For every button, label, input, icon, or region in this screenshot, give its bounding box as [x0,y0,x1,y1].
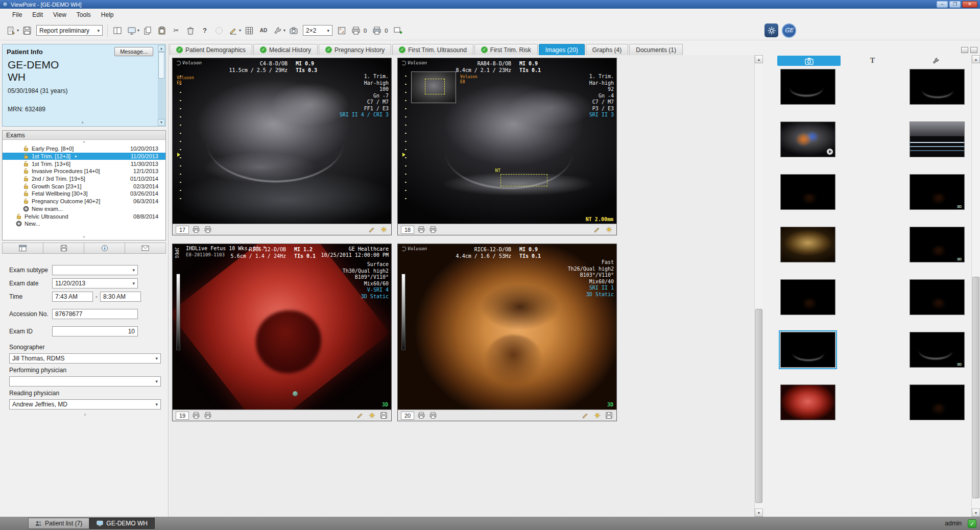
printer-icon[interactable] [417,225,426,234]
collapse-chevron-icon[interactable]: ∧ [76,121,89,125]
signature-icon[interactable] [226,23,241,37]
brightness-icon[interactable] [592,411,602,420]
thumbnail-5[interactable] [780,174,835,210]
thumbnail-11[interactable] [780,332,835,368]
report-status-select[interactable]: Report preliminary ▾ [36,25,103,36]
tab-medical-history[interactable]: ✓Medical History [253,44,318,55]
brightness-icon[interactable] [379,225,388,234]
thumbnail-3[interactable] [780,122,835,157]
delete-icon[interactable] [183,23,198,37]
tab-graphs-4[interactable]: Graphs (4) [586,44,628,55]
message-button[interactable]: Message... [114,47,153,56]
thumbnail-8[interactable]: 3D [910,227,965,262]
reading-physician-select[interactable]: Andrew Jeffries, MD▾ [9,399,161,409]
active-patient-tab[interactable]: GE-DEMO WH [89,518,155,529]
printer-icon[interactable] [417,411,426,420]
tab-first-trim-ultrasound[interactable]: ✓First Trim. Ultrasound [392,44,473,55]
menu-edit[interactable]: Edit [27,10,48,20]
exam-data-tab-icon[interactable] [3,243,43,253]
subtype-select[interactable]: ▾ [52,265,138,275]
printer-icon[interactable] [349,23,363,37]
save-icon[interactable] [379,411,388,420]
brightness-icon[interactable] [604,225,613,234]
menu-view[interactable]: View [48,10,71,20]
thumbnail-10[interactable] [910,279,965,315]
monitor-dropdown-icon[interactable]: ▾ [137,28,139,33]
thumbnail-7[interactable] [780,227,835,262]
scroll-up-icon[interactable]: ▲ [158,45,165,52]
scroll-down-chevron-icon[interactable]: ∨ [3,235,165,240]
dicom-printer-icon[interactable] [203,411,212,420]
exam-row-pregnancy-outcome-40-2[interactable]: Pregnancy Outcome [40+2]06/3/2014 [3,198,165,205]
signature-dropdown-icon[interactable]: ▾ [239,28,241,33]
add-screen-icon[interactable] [391,23,405,37]
thumbnail-scrollbar[interactable]: ▲ ▼ [971,55,980,517]
pane-toggle-icon[interactable] [110,23,125,37]
exam-date-select[interactable]: 11/20/2013▾ [52,278,138,288]
thumbnail-14[interactable] [910,384,965,420]
pencil-icon[interactable] [355,411,365,420]
scroll-up-icon[interactable]: ▲ [972,55,980,63]
tools-wrench-icon[interactable] [271,23,285,37]
thumbnail-9[interactable] [780,279,835,315]
exam-row-1st-trim-13-6[interactable]: 1st Trim. [13+6]11/30/2013 [3,160,165,167]
pencil-icon[interactable] [581,411,590,420]
minimize-button[interactable]: – [937,1,948,8]
brightness-icon[interactable] [367,411,376,420]
tab-documents-1[interactable]: Documents (1) [629,44,683,55]
exam-row-2nd-3rd-trim-19-5[interactable]: 2nd / 3rd Trim. [19+5]01/10/2014 [3,175,165,183]
thumbnail-2[interactable] [910,69,965,105]
thumbnail-4[interactable] [910,122,965,157]
new-report-dropdown-icon[interactable]: ▾ [17,28,19,33]
scrollbar-thumb[interactable] [755,309,762,503]
maximize-button[interactable]: ❐ [949,1,961,8]
detach-window-icon[interactable] [970,47,977,53]
patient-list-tab[interactable]: Patient list (7) [28,518,89,529]
printer-icon[interactable] [192,411,201,420]
save-disk-tab-icon[interactable] [43,243,84,253]
thumbnail-13[interactable] [780,384,835,420]
exam-row-fetal-wellbeing-30-3[interactable]: Fetal Wellbeing [30+3]03/26/2014 [3,190,165,198]
scroll-up-chevron-icon[interactable]: ∧ [3,140,165,145]
dicom-printer-icon[interactable] [370,23,384,37]
performing-physician-select[interactable]: ▾ [9,376,161,387]
tab-first-trim-risk[interactable]: ✓First Trim. Risk [474,44,538,55]
dicom-printer-icon[interactable] [203,225,212,234]
menu-help[interactable]: Help [96,10,119,20]
save-icon[interactable] [20,23,34,37]
tools-dropdown-icon[interactable]: ▾ [283,28,285,33]
thumbnail-12[interactable]: 3D [910,332,965,368]
copy-icon[interactable] [140,23,155,37]
time-end-input[interactable]: 8:30 AM [100,292,141,302]
cut-icon[interactable]: ✂ [169,23,183,37]
fullscreen-icon[interactable] [334,23,349,37]
text-tool-tab[interactable]: T [841,56,904,66]
time-start-input[interactable]: 7:43 AM [52,292,93,302]
layout-select[interactable]: 2×2 ▾ [303,25,332,36]
thumbnail-6[interactable]: 3D [910,174,965,210]
patient-info-scrollbar[interactable]: ▲ ▼ [158,45,165,126]
scroll-up-icon[interactable]: ▲ [755,55,763,63]
exam-row-1st-trim-12-3[interactable]: 1st Trim. [12+3]▾11/20/2013 [3,153,165,160]
pencil-icon[interactable] [592,225,602,234]
scroll-down-icon[interactable]: ▼ [158,119,165,126]
grid-table-icon[interactable] [242,23,256,37]
save-icon[interactable] [604,411,613,420]
sonographer-select[interactable]: Jill Thomas, RDMS▾ [9,353,161,364]
exam-row-invasive-procedures-14-0[interactable]: Invasive Procedures [14+0]12/1/2013 [3,167,165,175]
paste-icon[interactable] [155,23,169,37]
dicom-printer-icon[interactable] [428,225,438,234]
layout-window-icon[interactable] [961,47,968,53]
menu-file[interactable]: File [7,10,27,20]
settings-wrench-tab[interactable] [904,56,968,66]
help-icon[interactable]: ? [198,23,212,37]
info-tab-icon[interactable] [84,243,125,253]
exam-row-growth-scan-23-1[interactable]: Growth Scan [23+1]02/3/2014 [3,182,165,190]
thumbnails-camera-tab[interactable] [777,56,841,66]
annotations-ad-icon[interactable]: AD [256,23,271,37]
pencil-icon[interactable] [367,225,376,234]
scroll-down-icon[interactable]: ▼ [755,509,763,517]
exam-row-new-exam[interactable]: New exam... [3,205,165,213]
settings-gear-icon[interactable] [764,23,778,37]
menu-tools[interactable]: Tools [71,10,96,20]
